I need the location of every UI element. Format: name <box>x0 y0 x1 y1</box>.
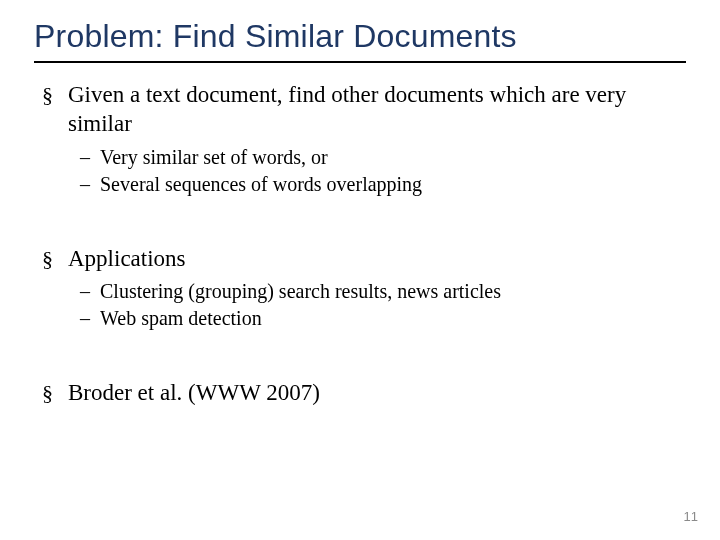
title-divider <box>34 61 686 63</box>
page-number: 11 <box>684 509 698 524</box>
bullet-item: Broder et al. (WWW 2007) <box>38 379 686 408</box>
bullet-text: Broder et al. (WWW 2007) <box>68 380 320 405</box>
sub-bullet-item: Very similar set of words, or <box>78 145 686 170</box>
sub-bullet-item: Several sequences of words overlapping <box>78 172 686 197</box>
sub-bullet-item: Clustering (grouping) search results, ne… <box>78 279 686 304</box>
sub-bullet-list: Clustering (grouping) search results, ne… <box>68 279 686 331</box>
bullet-list: Given a text document, find other docume… <box>34 81 686 408</box>
sub-bullet-list: Very similar set of words, or Several se… <box>68 145 686 197</box>
spacer <box>38 203 686 239</box>
bullet-item: Applications Clustering (grouping) searc… <box>38 245 686 332</box>
slide-title: Problem: Find Similar Documents <box>34 18 686 55</box>
slide: Problem: Find Similar Documents Given a … <box>0 0 720 540</box>
bullet-item: Given a text document, find other docume… <box>38 81 686 197</box>
bullet-text: Given a text document, find other docume… <box>68 82 626 136</box>
bullet-text: Applications <box>68 246 186 271</box>
spacer <box>38 337 686 373</box>
slide-content: Given a text document, find other docume… <box>34 81 686 408</box>
sub-bullet-item: Web spam detection <box>78 306 686 331</box>
